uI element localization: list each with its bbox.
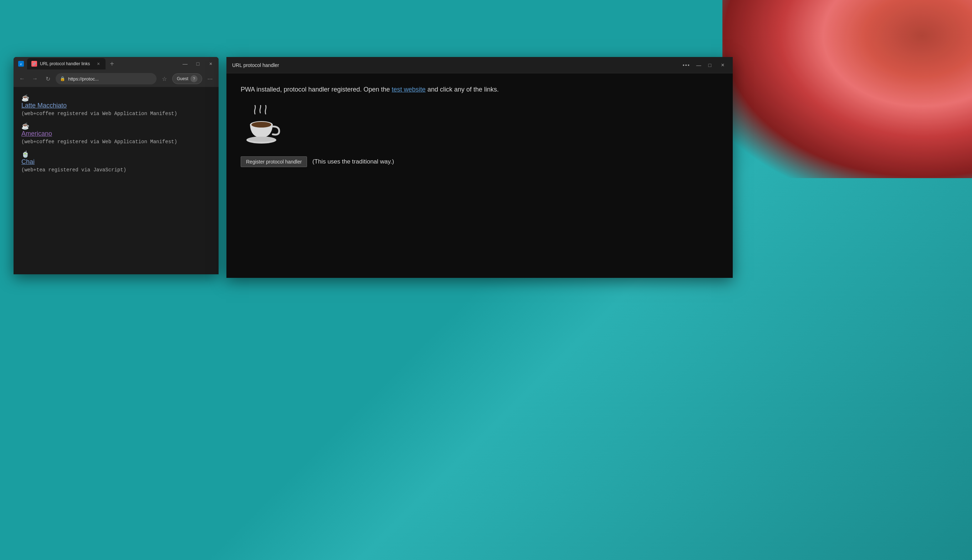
browser-window-left: e 🔗 URL protocol handler links × + — □ ×…	[13, 57, 219, 274]
pwa-title: URL protocol handler	[232, 62, 683, 68]
latte-link[interactable]: Latte Macchiato	[22, 102, 211, 109]
pwa-window-controls: — □ ×	[683, 61, 727, 70]
new-tab-button-left[interactable]: +	[107, 59, 117, 69]
tea-emoji-chai: 🍵	[22, 151, 29, 158]
svg-text:e: e	[20, 62, 22, 66]
more-button-left[interactable]: ···	[205, 74, 215, 84]
back-button[interactable]: ←	[17, 74, 27, 84]
address-bar[interactable]: 🔒 https://protoc...	[55, 73, 157, 85]
maximize-button-left[interactable]: □	[194, 60, 201, 67]
toolbar-left: ← → ↻ 🔒 https://protoc... ☆ Guest ? ···	[13, 70, 219, 87]
pwa-minimize-button[interactable]: —	[696, 62, 701, 68]
refresh-button[interactable]: ↻	[43, 74, 53, 84]
link-item-americano: ☕Americano	[22, 122, 211, 138]
three-dots-icon	[683, 65, 689, 66]
lock-icon: 🔒	[60, 76, 65, 81]
link-item-chai: 🍵Chai	[22, 150, 211, 166]
guest-button[interactable]: Guest ?	[172, 73, 202, 84]
pwa-description: PWA installed, protocol handler register…	[241, 85, 718, 94]
test-website-link[interactable]: test website	[392, 86, 426, 93]
svg-point-5	[248, 137, 275, 142]
coffee-cup-image	[241, 105, 283, 148]
address-text: https://protoc...	[68, 76, 152, 82]
americano-link[interactable]: Americano	[22, 130, 211, 138]
active-tab-left[interactable]: 🔗 URL protocol handler links ×	[27, 58, 105, 70]
tab-title-left: URL protocol handler links	[40, 61, 93, 66]
pwa-title-bar: URL protocol handler — □ ×	[226, 57, 733, 73]
chai-link[interactable]: Chai	[22, 158, 211, 166]
browser-icon-left: e	[18, 60, 24, 67]
pwa-more-button[interactable]	[683, 65, 689, 66]
window-controls-left: e	[18, 60, 24, 67]
minimize-button-left[interactable]: —	[181, 60, 189, 67]
browser-content-left: ☕Latte Macchiato (web+coffee registered …	[13, 87, 219, 274]
close-button-left[interactable]: ×	[207, 60, 214, 67]
favorites-button[interactable]: ☆	[159, 74, 169, 84]
tab-favicon-left: 🔗	[32, 61, 37, 67]
latte-subtitle: (web+coffee registered via Web Applicati…	[22, 111, 211, 117]
pwa-close-button[interactable]: ×	[718, 61, 727, 70]
register-protocol-button[interactable]: Register protocol handler	[241, 157, 307, 167]
pwa-desc-before: PWA installed, protocol handler register…	[241, 86, 392, 93]
americano-subtitle: (web+coffee registered via Web Applicati…	[22, 139, 211, 145]
title-bar-left: e 🔗 URL protocol handler links × + — □ ×	[13, 57, 219, 70]
forward-button[interactable]: →	[30, 74, 40, 84]
register-note: (This uses the traditional way.)	[312, 158, 394, 165]
pwa-content: PWA installed, protocol handler register…	[226, 73, 733, 278]
coffee-emoji-americano: ☕	[22, 123, 29, 130]
pwa-desc-after: and click any of the links.	[426, 86, 499, 93]
guest-avatar: ?	[191, 75, 197, 82]
tab-close-left[interactable]: ×	[95, 61, 101, 67]
pwa-maximize-button[interactable]: □	[708, 62, 711, 68]
coffee-emoji-latte: ☕	[22, 94, 29, 102]
chai-subtitle: (web+tea registered via JavaScript)	[22, 167, 211, 173]
flower-decoration	[723, 0, 972, 178]
link-item-latte: ☕Latte Macchiato	[22, 94, 211, 109]
guest-label: Guest	[177, 76, 188, 81]
window-controls-right-left: — □ ×	[181, 60, 214, 67]
register-section: Register protocol handler (This uses the…	[241, 157, 718, 167]
browser-window-right: URL protocol handler — □ × PWA installed…	[226, 57, 733, 278]
svg-point-3	[251, 122, 271, 128]
tab-area-left: 🔗 URL protocol handler links × +	[27, 58, 179, 70]
